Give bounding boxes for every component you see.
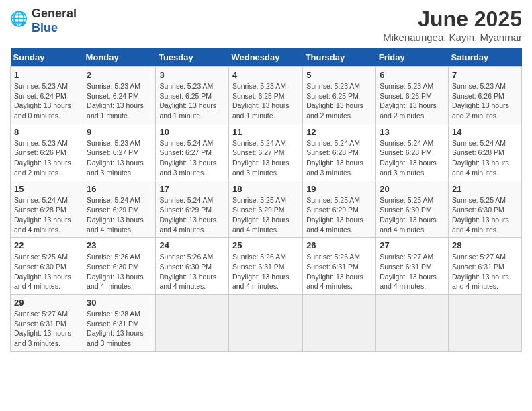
sunset-text: Sunset: 6:25 PM xyxy=(306,92,359,100)
svg-text:🌐: 🌐 xyxy=(10,11,28,28)
sunset-text: Sunset: 6:30 PM xyxy=(14,263,66,271)
day-info: Sunrise: 5:25 AMSunset: 6:30 PMDaylight:… xyxy=(14,252,79,291)
daylight-text: Daylight: 13 hours and 4 minutes. xyxy=(232,273,290,291)
calendar-cell xyxy=(228,295,302,352)
daylight-text: Daylight: 13 hours and 4 minutes. xyxy=(14,273,71,291)
calendar-cell xyxy=(156,295,229,352)
calendar-cell xyxy=(303,295,376,352)
day-number: 1 xyxy=(14,70,79,80)
day-number: 21 xyxy=(452,184,518,194)
calendar-cell: 25Sunrise: 5:26 AMSunset: 6:31 PMDayligh… xyxy=(228,238,302,295)
day-info: Sunrise: 5:23 AMSunset: 6:25 PMDaylight:… xyxy=(306,81,372,121)
day-info: Sunrise: 5:27 AMSunset: 6:31 PMDaylight:… xyxy=(14,309,79,349)
day-number: 16 xyxy=(87,184,152,194)
day-number: 24 xyxy=(159,240,225,250)
sunset-text: Sunset: 6:29 PM xyxy=(159,205,212,214)
calendar-cell: 3Sunrise: 5:23 AMSunset: 6:25 PMDaylight… xyxy=(156,67,229,124)
sunset-text: Sunset: 6:24 PM xyxy=(87,92,139,100)
sunrise-text: Sunrise: 5:23 AM xyxy=(380,82,433,90)
daylight-text: Daylight: 13 hours and 3 minutes. xyxy=(380,158,437,177)
sunset-text: Sunset: 6:30 PM xyxy=(159,263,212,271)
day-number: 2 xyxy=(87,70,152,80)
daylight-text: Daylight: 13 hours and 4 minutes. xyxy=(87,273,144,291)
day-number: 25 xyxy=(232,240,299,250)
sunset-text: Sunset: 6:25 PM xyxy=(159,92,212,100)
sunrise-text: Sunrise: 5:24 AM xyxy=(232,139,286,147)
sunrise-text: Sunrise: 5:24 AM xyxy=(87,196,140,204)
header-row: Sunday Monday Tuesday Wednesday Thursday… xyxy=(11,48,522,67)
sunrise-text: Sunrise: 5:27 AM xyxy=(452,253,506,261)
calendar-cell: 28Sunrise: 5:27 AMSunset: 6:31 PMDayligh… xyxy=(449,238,522,295)
calendar-cell: 29Sunrise: 5:27 AMSunset: 6:31 PMDayligh… xyxy=(11,295,83,352)
calendar-cell: 16Sunrise: 5:24 AMSunset: 6:29 PMDayligh… xyxy=(83,181,156,238)
col-wednesday: Wednesday xyxy=(228,48,302,67)
col-friday: Friday xyxy=(376,48,449,67)
sunset-text: Sunset: 6:31 PM xyxy=(306,263,359,271)
sunrise-text: Sunrise: 5:26 AM xyxy=(232,253,286,261)
day-info: Sunrise: 5:23 AMSunset: 6:26 PMDaylight:… xyxy=(14,138,79,178)
calendar-cell: 4Sunrise: 5:23 AMSunset: 6:25 PMDaylight… xyxy=(228,67,302,124)
sunset-text: Sunset: 6:25 PM xyxy=(232,92,285,100)
sunrise-text: Sunrise: 5:25 AM xyxy=(306,196,360,204)
page-subtitle: Mikenaungea, Kayin, Myanmar xyxy=(383,32,522,43)
daylight-text: Daylight: 13 hours and 1 minute. xyxy=(232,101,290,120)
day-info: Sunrise: 5:27 AMSunset: 6:31 PMDaylight:… xyxy=(380,252,445,291)
sunrise-text: Sunrise: 5:25 AM xyxy=(14,253,68,261)
sunrise-text: Sunrise: 5:23 AM xyxy=(87,139,140,147)
day-number: 28 xyxy=(452,240,518,250)
daylight-text: Daylight: 13 hours and 3 minutes. xyxy=(306,158,363,177)
calendar-row: 15Sunrise: 5:24 AMSunset: 6:28 PMDayligh… xyxy=(11,181,522,238)
calendar-cell: 19Sunrise: 5:25 AMSunset: 6:29 PMDayligh… xyxy=(303,181,376,238)
day-number: 23 xyxy=(87,240,152,250)
calendar-cell: 11Sunrise: 5:24 AMSunset: 6:27 PMDayligh… xyxy=(228,124,302,181)
sunrise-text: Sunrise: 5:24 AM xyxy=(159,139,213,147)
calendar-cell: 1Sunrise: 5:23 AMSunset: 6:24 PMDaylight… xyxy=(11,67,83,124)
sunset-text: Sunset: 6:26 PM xyxy=(452,92,504,100)
sunset-text: Sunset: 6:29 PM xyxy=(306,205,359,214)
sunrise-text: Sunrise: 5:23 AM xyxy=(14,82,68,90)
sunrise-text: Sunrise: 5:23 AM xyxy=(232,82,286,90)
sunset-text: Sunset: 6:27 PM xyxy=(232,148,285,156)
sunset-text: Sunset: 6:30 PM xyxy=(87,263,139,271)
day-info: Sunrise: 5:24 AMSunset: 6:27 PMDaylight:… xyxy=(159,138,225,178)
day-info: Sunrise: 5:26 AMSunset: 6:31 PMDaylight:… xyxy=(232,252,299,291)
col-sunday: Sunday xyxy=(11,48,83,67)
daylight-text: Daylight: 13 hours and 4 minutes. xyxy=(159,273,216,291)
calendar-cell: 24Sunrise: 5:26 AMSunset: 6:30 PMDayligh… xyxy=(156,238,229,295)
day-info: Sunrise: 5:25 AMSunset: 6:30 PMDaylight:… xyxy=(452,195,518,235)
daylight-text: Daylight: 13 hours and 4 minutes. xyxy=(159,216,216,234)
calendar-cell: 18Sunrise: 5:25 AMSunset: 6:29 PMDayligh… xyxy=(228,181,302,238)
sunrise-text: Sunrise: 5:25 AM xyxy=(232,196,286,204)
day-number: 10 xyxy=(159,127,225,137)
calendar-cell: 6Sunrise: 5:23 AMSunset: 6:26 PMDaylight… xyxy=(376,67,449,124)
sunset-text: Sunset: 6:31 PM xyxy=(87,320,139,328)
day-number: 18 xyxy=(232,184,299,194)
day-info: Sunrise: 5:24 AMSunset: 6:28 PMDaylight:… xyxy=(380,138,445,178)
col-tuesday: Tuesday xyxy=(156,48,229,67)
day-number: 17 xyxy=(159,184,225,194)
day-info: Sunrise: 5:26 AMSunset: 6:31 PMDaylight:… xyxy=(306,252,372,291)
sunrise-text: Sunrise: 5:27 AM xyxy=(14,310,68,318)
sunrise-text: Sunrise: 5:23 AM xyxy=(306,82,360,90)
sunset-text: Sunset: 6:31 PM xyxy=(14,320,66,328)
calendar-cell: 2Sunrise: 5:23 AMSunset: 6:24 PMDaylight… xyxy=(83,67,156,124)
day-info: Sunrise: 5:28 AMSunset: 6:31 PMDaylight:… xyxy=(87,309,152,349)
calendar-cell xyxy=(376,295,449,352)
daylight-text: Daylight: 13 hours and 1 minute. xyxy=(159,101,216,120)
sunset-text: Sunset: 6:30 PM xyxy=(452,205,504,214)
sunset-text: Sunset: 6:30 PM xyxy=(380,205,432,214)
day-info: Sunrise: 5:24 AMSunset: 6:29 PMDaylight:… xyxy=(159,195,225,235)
day-number: 3 xyxy=(159,70,225,80)
day-info: Sunrise: 5:24 AMSunset: 6:27 PMDaylight:… xyxy=(232,138,299,178)
sunrise-text: Sunrise: 5:26 AM xyxy=(306,253,360,261)
sunrise-text: Sunrise: 5:26 AM xyxy=(159,253,213,261)
day-number: 6 xyxy=(380,70,445,80)
sunset-text: Sunset: 6:26 PM xyxy=(14,148,66,156)
sunrise-text: Sunrise: 5:23 AM xyxy=(452,82,506,90)
day-number: 19 xyxy=(306,184,372,194)
sunset-text: Sunset: 6:28 PM xyxy=(380,148,432,156)
day-number: 4 xyxy=(232,70,299,80)
calendar-row: 1Sunrise: 5:23 AMSunset: 6:24 PMDaylight… xyxy=(11,67,522,124)
day-info: Sunrise: 5:23 AMSunset: 6:27 PMDaylight:… xyxy=(87,138,152,178)
day-number: 8 xyxy=(14,127,79,137)
